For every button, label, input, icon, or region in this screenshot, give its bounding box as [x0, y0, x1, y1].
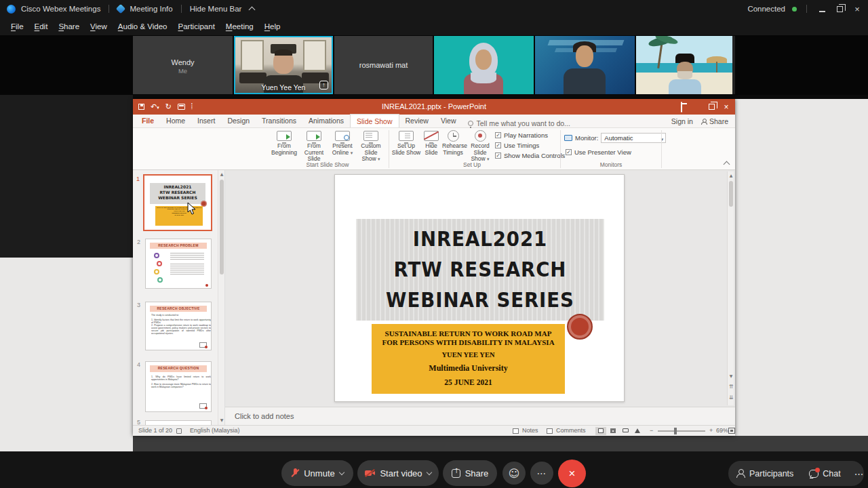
- close-button[interactable]: ×: [852, 4, 863, 14]
- fit-to-window-icon[interactable]: [728, 428, 735, 434]
- editor-scrollbar[interactable]: ▲ ▼ ⇈ ⇊: [727, 171, 734, 405]
- unmute-button[interactable]: Unmute: [281, 460, 353, 486]
- ppt-restore-button[interactable]: [705, 102, 717, 112]
- collapse-ribbon-icon[interactable]: [724, 161, 730, 166]
- start-video-button[interactable]: Start video: [357, 460, 439, 486]
- slide-title-banner[interactable]: INREAL2021 RTW RESEARCH WEBINAR SERIES: [356, 219, 604, 321]
- tab-slide-show[interactable]: Slide Show: [350, 114, 399, 127]
- scrollbar-thumb[interactable]: [220, 180, 224, 274]
- chevron-down-icon[interactable]: [426, 469, 431, 474]
- menu-view[interactable]: View: [85, 18, 113, 35]
- ppt-minimize-button[interactable]: [690, 102, 703, 112]
- restore-button[interactable]: [834, 4, 845, 14]
- scroll-up-icon[interactable]: ▲: [728, 171, 734, 180]
- red-stamp-graphic[interactable]: [567, 314, 593, 340]
- thumbnail-slide-2[interactable]: RESEARCH PROBLEM: [145, 239, 212, 289]
- menu-help[interactable]: Help: [259, 18, 286, 35]
- notes-pane[interactable]: Click to add notes: [225, 407, 735, 425]
- more-options-button[interactable]: ⋯: [530, 462, 553, 485]
- accessibility-icon[interactable]: [176, 428, 182, 434]
- comments-toggle[interactable]: Comments: [556, 426, 586, 436]
- menu-edit[interactable]: Edit: [29, 18, 54, 35]
- thumbnail-slide-4[interactable]: RESEARCH QUESTION 1. Why do PWDs have li…: [145, 361, 212, 412]
- from-beginning-button[interactable]: FromBeginning: [270, 130, 298, 156]
- sign-in-link[interactable]: Sign in: [671, 117, 693, 125]
- tab-home[interactable]: Home: [160, 114, 191, 127]
- group-divider: [389, 130, 389, 168]
- leave-meeting-button[interactable]: ×: [558, 460, 586, 487]
- ppt-close-button[interactable]: ×: [720, 102, 732, 112]
- tab-view[interactable]: View: [435, 114, 462, 127]
- monitor-dropdown[interactable]: Automatic ▾: [601, 133, 666, 143]
- show-media-controls-checkbox[interactable]: ✓ Show Media Controls: [495, 152, 565, 159]
- tab-insert[interactable]: Insert: [191, 114, 221, 127]
- dropdown-arrow-icon: ▾: [378, 157, 380, 162]
- reading-view-button[interactable]: [620, 427, 631, 435]
- use-timings-checkbox[interactable]: ✓ Use Timings: [495, 142, 539, 149]
- slide-canvas[interactable]: INREAL2021 RTW RESEARCH WEBINAR SERIES S…: [334, 174, 625, 402]
- zoom-in-button[interactable]: +: [709, 426, 713, 436]
- set-up-slide-show-button[interactable]: Set UpSlide Show: [391, 130, 421, 156]
- thumbnail-scrollbar[interactable]: ▲ ▼: [218, 170, 224, 425]
- language-status[interactable]: English (Malaysia): [190, 426, 240, 436]
- webex-logo-icon: [7, 5, 16, 14]
- custom-slide-show-button[interactable]: Custom Slide Show ▾: [355, 130, 387, 163]
- hide-slide-button[interactable]: HideSlide: [422, 130, 441, 156]
- rehearse-timings-button[interactable]: RehearseTimings: [442, 130, 464, 156]
- video-tile-wendy[interactable]: Wendy Me: [133, 36, 233, 94]
- tab-transitions[interactable]: Transitions: [256, 114, 302, 127]
- normal-view-button[interactable]: [595, 427, 606, 435]
- zoom-level[interactable]: 69%: [716, 426, 728, 436]
- previous-slide-icon[interactable]: ⇈: [728, 383, 734, 391]
- more-panels-button[interactable]: ⋯: [848, 468, 868, 479]
- notes-toggle[interactable]: Notes: [522, 426, 538, 436]
- minimize-button[interactable]: [816, 4, 827, 14]
- share-button[interactable]: Share: [443, 460, 497, 486]
- next-slide-icon[interactable]: ⇊: [728, 394, 734, 402]
- tab-file[interactable]: File: [136, 114, 160, 127]
- present-online-button[interactable]: Present Online ▾: [330, 130, 355, 157]
- video-tile-active-speaker[interactable]: Yuen Yee Yen ↑: [234, 36, 333, 94]
- menu-file[interactable]: File: [5, 18, 29, 35]
- thumbnail-slide-3[interactable]: RESEARCH OBJECTIVE The study is conducte…: [145, 302, 212, 350]
- ppt-share-button[interactable]: Share: [701, 117, 728, 125]
- play-narrations-checkbox[interactable]: ✓ Play Narrations: [495, 131, 548, 139]
- participants-button[interactable]: Participants: [728, 469, 802, 479]
- video-tile-rosmawati[interactable]: rosmawati mat: [334, 36, 433, 94]
- video-tile-participant6[interactable]: [636, 36, 735, 94]
- chat-button[interactable]: Chat: [802, 469, 848, 479]
- hide-menu-bar-button[interactable]: Hide Menu Bar: [190, 5, 242, 13]
- zoom-slider[interactable]: [658, 430, 705, 432]
- chevron-down-icon[interactable]: [339, 469, 344, 474]
- scroll-down-icon[interactable]: ▼: [728, 372, 734, 380]
- slide-subtitle-box[interactable]: SUSTAINABLE RETURN TO WORK ROAD MAP FOR …: [372, 324, 565, 394]
- slideshow-view-button[interactable]: [632, 427, 643, 435]
- menu-participant[interactable]: Participant: [173, 18, 220, 35]
- scrollbar-thumb[interactable]: [729, 181, 733, 207]
- from-current-slide-button[interactable]: FromCurrent Slide: [299, 130, 329, 163]
- scroll-down-icon[interactable]: ▼: [218, 416, 225, 424]
- ribbon-display-options-icon[interactable]: [675, 102, 688, 112]
- slide-sorter-view-button[interactable]: [608, 427, 618, 435]
- menu-audio-video[interactable]: Audio & Video: [113, 18, 173, 35]
- use-presenter-view-checkbox[interactable]: ✓ Use Presenter View: [566, 148, 631, 156]
- tell-me-box[interactable]: Tell me what you want to do...: [468, 119, 570, 127]
- video-tile-participant5[interactable]: [535, 36, 635, 94]
- tab-design[interactable]: Design: [221, 114, 256, 127]
- menu-meeting[interactable]: Meeting: [220, 18, 259, 35]
- tab-animations[interactable]: Animations: [302, 114, 350, 127]
- thumbnail-slide-5[interactable]: [145, 420, 212, 425]
- reactions-button[interactable]: ☺: [502, 462, 526, 485]
- chevron-up-icon[interactable]: [249, 7, 256, 14]
- tab-review[interactable]: Review: [399, 114, 435, 127]
- menu-share[interactable]: Share: [53, 18, 85, 35]
- checkbox-checked-icon: ✓: [495, 142, 501, 148]
- scroll-up-icon[interactable]: ▲: [218, 170, 225, 178]
- record-slide-show-button[interactable]: Record Slide Show ▾: [465, 130, 496, 163]
- thumbnail-slide-1[interactable]: INREAL2021 RTW RESEARCH WEBINAR SERIES S…: [143, 174, 212, 231]
- meeting-info-button[interactable]: Meeting Info: [130, 5, 172, 13]
- zoom-out-button[interactable]: −: [650, 426, 653, 436]
- video-tile-participant4[interactable]: [434, 36, 534, 94]
- zoom-slider-thumb[interactable]: [674, 428, 677, 434]
- monitor-globe-icon: [335, 131, 350, 141]
